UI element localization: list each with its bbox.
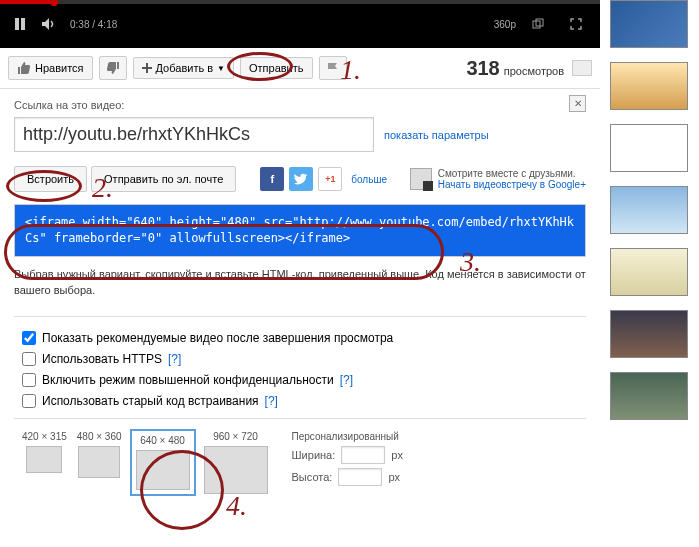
action-bar: Нравится Добавить в ▼ Отправить 318 прос…: [0, 48, 600, 89]
flag-button[interactable]: [319, 56, 347, 80]
twitter-icon[interactable]: [289, 167, 313, 191]
svg-marker-2: [42, 18, 49, 30]
opt-oldcode[interactable]: Использовать старый код встраивания [?]: [22, 394, 586, 408]
size-420x315[interactable]: 420 × 315: [22, 431, 67, 473]
help-icon[interactable]: [?]: [340, 373, 353, 387]
hangout-link[interactable]: Начать видеовстречу в Google+: [438, 179, 586, 190]
svg-rect-1: [21, 18, 25, 30]
share-panel: ✕ Ссылка на это видео: показать параметр…: [0, 89, 600, 516]
related-thumb[interactable]: [610, 0, 688, 48]
opt-https[interactable]: Использовать HTTPS [?]: [22, 352, 586, 366]
related-thumb[interactable]: [610, 310, 688, 358]
embed-code-box[interactable]: <iframe width="640" height="480" src="ht…: [14, 204, 586, 257]
related-thumb[interactable]: [610, 248, 688, 296]
show-params-link[interactable]: показать параметры: [384, 129, 489, 141]
fullscreen-icon[interactable]: [564, 12, 588, 36]
add-label: Добавить в: [156, 62, 214, 74]
related-thumb[interactable]: [610, 62, 688, 110]
related-thumb[interactable]: [610, 186, 688, 234]
close-button[interactable]: ✕: [569, 95, 586, 112]
player-time: 0:38 / 4:18: [70, 19, 117, 30]
hangout-icon[interactable]: [410, 168, 432, 190]
embed-hint: Выбрав нужный вариант, скопируйте и вста…: [14, 267, 586, 298]
help-icon[interactable]: [?]: [265, 394, 278, 408]
facebook-icon[interactable]: f: [260, 167, 284, 191]
like-label: Нравится: [35, 62, 84, 74]
share-button[interactable]: Отправить: [240, 57, 313, 79]
svg-rect-0: [15, 18, 19, 30]
hangout-text: Смотрите вместе с друзьями.: [438, 168, 586, 179]
pause-button[interactable]: [8, 12, 32, 36]
size-640x480[interactable]: 640 × 480: [132, 431, 194, 494]
stats-button[interactable]: [572, 60, 592, 76]
opt-recommend[interactable]: Показать рекомендуемые видео после завер…: [22, 331, 586, 345]
width-input[interactable]: [341, 446, 385, 464]
related-thumb[interactable]: [610, 124, 688, 172]
url-label: Ссылка на это видео:: [14, 99, 586, 111]
chevron-down-icon: ▼: [217, 64, 225, 73]
size-480x360[interactable]: 480 × 360: [77, 431, 122, 478]
google-plus-icon[interactable]: +1: [318, 167, 342, 191]
popout-icon[interactable]: [526, 12, 550, 36]
svg-rect-6: [142, 67, 152, 69]
related-thumb[interactable]: [610, 372, 688, 420]
custom-size: Персонализированный Ширина:px Высота:px: [292, 431, 403, 486]
video-player[interactable]: 0:38 / 4:18 360p: [0, 0, 600, 48]
height-input[interactable]: [338, 468, 382, 486]
email-tab[interactable]: Отправить по эл. почте: [91, 166, 236, 192]
custom-label: Персонализированный: [292, 431, 403, 442]
help-icon[interactable]: [?]: [168, 352, 181, 366]
dislike-button[interactable]: [99, 56, 127, 80]
size-960x720[interactable]: 960 × 720: [204, 431, 268, 494]
volume-button[interactable]: [36, 12, 60, 36]
embed-tab[interactable]: Встроить: [14, 166, 87, 192]
more-social-link[interactable]: больше: [351, 174, 387, 185]
quality-label[interactable]: 360p: [494, 19, 516, 30]
view-count: 318 просмотров: [466, 57, 564, 80]
video-url-input[interactable]: [14, 117, 374, 152]
progress-bar[interactable]: [0, 0, 600, 4]
add-to-button[interactable]: Добавить в ▼: [133, 57, 234, 79]
related-videos: [600, 0, 688, 516]
opt-privacy[interactable]: Включить режим повышенной конфиденциальн…: [22, 373, 586, 387]
like-button[interactable]: Нравится: [8, 56, 93, 80]
